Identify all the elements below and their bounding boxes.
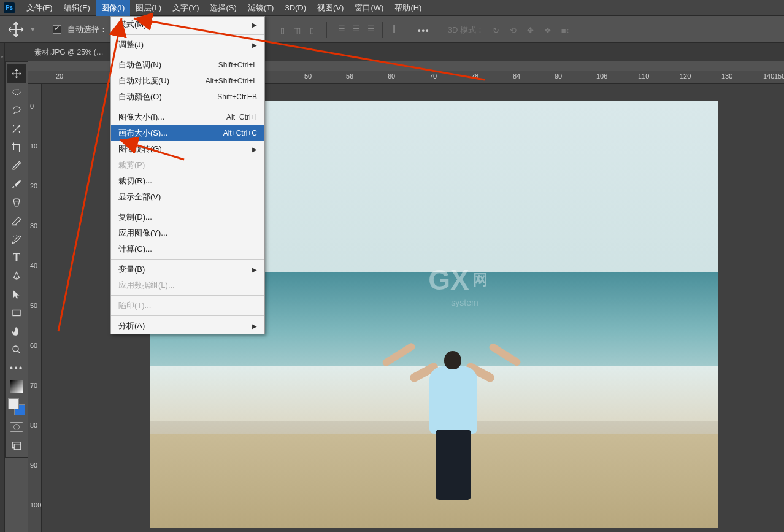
menu-item-j[interactable]: 调整(J)▶ bbox=[111, 37, 264, 53]
ruler-tick: 90 bbox=[555, 72, 562, 80]
menu-separator bbox=[111, 207, 264, 207]
path-select-tool[interactable] bbox=[7, 285, 26, 304]
screenmode-icon[interactable] bbox=[7, 436, 26, 455]
menu-help[interactable]: 帮助(H) bbox=[389, 0, 427, 16]
menu-edit[interactable]: 编辑(E) bbox=[58, 0, 96, 16]
menu-item-g[interactable]: 图像旋转(G)▶ bbox=[111, 141, 264, 157]
distribute-icons[interactable]: ☰ ☰ ☰ ‖ bbox=[336, 22, 400, 38]
watermark: GX 网 bbox=[428, 263, 487, 296]
menu-item-o[interactable]: 自动颜色(O)Shift+Ctrl+B bbox=[111, 89, 264, 105]
ruler-tick: 0 bbox=[30, 102, 34, 110]
menu-item-i[interactable]: 图像大小(I)...Alt+Ctrl+I bbox=[111, 109, 264, 125]
menu-item-y[interactable]: 应用图像(Y)... bbox=[111, 225, 264, 241]
svg-point-0 bbox=[13, 90, 20, 95]
watermark-small: system bbox=[451, 298, 478, 307]
menu-select[interactable]: 选择(S) bbox=[204, 0, 242, 16]
pen-tool[interactable] bbox=[7, 267, 26, 285]
align-hcenter-icon[interactable]: ◫ bbox=[291, 24, 303, 36]
svg-rect-4 bbox=[14, 444, 21, 450]
ruler-tick: 10 bbox=[30, 142, 37, 150]
svg-point-2 bbox=[13, 346, 18, 352]
camera-icon[interactable]: ■‹ bbox=[559, 24, 571, 36]
wand-tool[interactable] bbox=[7, 120, 26, 138]
move-tool-icon[interactable] bbox=[7, 21, 25, 38]
ruler-tick: 60 bbox=[30, 342, 37, 349]
orbit-icon[interactable]: ↻ bbox=[490, 24, 502, 36]
more-options-icon[interactable]: ••• bbox=[418, 26, 430, 35]
menu-file[interactable]: 文件(F) bbox=[21, 0, 58, 16]
eraser-tool[interactable] bbox=[7, 212, 26, 230]
quickmask-icon[interactable] bbox=[7, 418, 26, 436]
lasso-tool[interactable] bbox=[7, 101, 26, 120]
gradient-preview[interactable] bbox=[7, 377, 26, 396]
align-icons[interactable]: ▯ ◫ ▯ bbox=[276, 24, 318, 36]
ruler-tick: 70 bbox=[429, 72, 437, 80]
eyedropper-tool[interactable] bbox=[7, 156, 26, 175]
dist-vcenter-icon[interactable]: ☰ bbox=[350, 22, 363, 34]
ruler-vertical[interactable]: 0102030405060708090100 bbox=[28, 84, 42, 532]
ruler-tick: 78 bbox=[471, 72, 478, 80]
ruler-tick: 110 bbox=[638, 72, 649, 80]
menu-layer[interactable]: 图层(L) bbox=[130, 0, 167, 16]
align-right-icon[interactable]: ▯ bbox=[306, 24, 318, 36]
menu-item-r[interactable]: 裁切(R)... bbox=[111, 173, 264, 189]
rotate-icon[interactable]: ⟲ bbox=[507, 24, 520, 36]
move-tool[interactable] bbox=[7, 64, 26, 83]
brush-tool[interactable] bbox=[7, 175, 26, 193]
edit-toolbar-icon[interactable]: ••• bbox=[7, 359, 26, 377]
mode-3d-icons: ↻ ⟲ ✥ ❖ ■‹ bbox=[490, 24, 571, 36]
menu-item-c[interactable]: 计算(C)... bbox=[111, 241, 264, 257]
menu-separator bbox=[111, 55, 264, 55]
ruler-tick: 70 bbox=[30, 382, 37, 389]
menu-item-b[interactable]: 变量(B)▶ bbox=[111, 261, 264, 277]
menu-separator bbox=[111, 34, 264, 35]
align-left-icon[interactable]: ▯ bbox=[276, 24, 288, 36]
menu-item-d[interactable]: 复制(D)... bbox=[111, 209, 264, 225]
menu-window[interactable]: 窗口(W) bbox=[349, 0, 389, 16]
ruler-tick: 20 bbox=[56, 72, 63, 80]
svg-rect-1 bbox=[13, 310, 20, 316]
menu-item-a[interactable]: 分析(A)▶ bbox=[111, 318, 264, 334]
menu-item-m[interactable]: 模式(M)▶ bbox=[111, 17, 264, 33]
ruler-tick: 90 bbox=[30, 461, 37, 469]
ruler-tick: 130 bbox=[721, 72, 732, 80]
ruler-tick: 100 bbox=[30, 501, 41, 509]
crop-tool[interactable] bbox=[7, 138, 26, 156]
menu-item-v[interactable]: 显示全部(V) bbox=[111, 189, 264, 205]
menu-bar: Ps 文件(F) 编辑(E) 图像(I) 图层(L) 文字(Y) 选择(S) 滤… bbox=[0, 0, 784, 16]
clone-tool[interactable] bbox=[7, 193, 26, 212]
menu-item-u[interactable]: 自动对比度(U)Alt+Shift+Ctrl+L bbox=[111, 73, 264, 89]
auto-select-label: 自动选择： bbox=[67, 24, 107, 35]
ruler-tick: 150 bbox=[774, 72, 784, 80]
pan-icon[interactable]: ✥ bbox=[525, 24, 537, 36]
menu-type[interactable]: 文字(Y) bbox=[167, 0, 204, 16]
menu-image[interactable]: 图像(I) bbox=[96, 0, 130, 16]
type-tool[interactable]: T bbox=[7, 249, 26, 267]
zoom-tool[interactable] bbox=[7, 341, 26, 359]
history-brush-tool[interactable] bbox=[7, 230, 26, 249]
menu-3d[interactable]: 3D(D) bbox=[279, 1, 312, 15]
dist-bottom-icon[interactable]: ☰ bbox=[365, 22, 377, 34]
app-logo: Ps bbox=[4, 2, 15, 13]
ruler-tick: 60 bbox=[388, 72, 395, 80]
slide-icon[interactable]: ❖ bbox=[542, 24, 554, 36]
marquee-tool[interactable] bbox=[7, 83, 26, 101]
ruler-tick: 84 bbox=[513, 72, 520, 80]
ruler-tick: 50 bbox=[304, 72, 312, 80]
menu-item-s[interactable]: 画布大小(S)...Alt+Ctrl+C bbox=[111, 125, 264, 141]
image-menu-dropdown: 模式(M)▶调整(J)▶自动色调(N)Shift+Ctrl+L自动对比度(U)A… bbox=[110, 16, 265, 334]
dist-left-icon[interactable]: ‖ bbox=[388, 22, 400, 34]
panel-collapse-strip[interactable]: » bbox=[0, 43, 5, 532]
hand-tool[interactable] bbox=[7, 322, 26, 341]
dist-top-icon[interactable]: ☰ bbox=[336, 22, 348, 34]
color-swatch[interactable] bbox=[7, 396, 26, 418]
menu-view[interactable]: 视图(V) bbox=[312, 0, 349, 16]
ruler-tick: 56 bbox=[346, 72, 353, 80]
menu-item-n[interactable]: 自动色调(N)Shift+Ctrl+L bbox=[111, 57, 264, 73]
ruler-tick: 120 bbox=[680, 72, 691, 80]
rectangle-tool[interactable] bbox=[7, 304, 26, 322]
menu-filter[interactable]: 滤镜(T) bbox=[242, 0, 280, 16]
auto-select-checkbox[interactable] bbox=[53, 25, 61, 34]
document-tab[interactable]: 素材.JPG @ 25% (… bbox=[28, 47, 110, 58]
ruler-tick: 30 bbox=[30, 222, 37, 229]
